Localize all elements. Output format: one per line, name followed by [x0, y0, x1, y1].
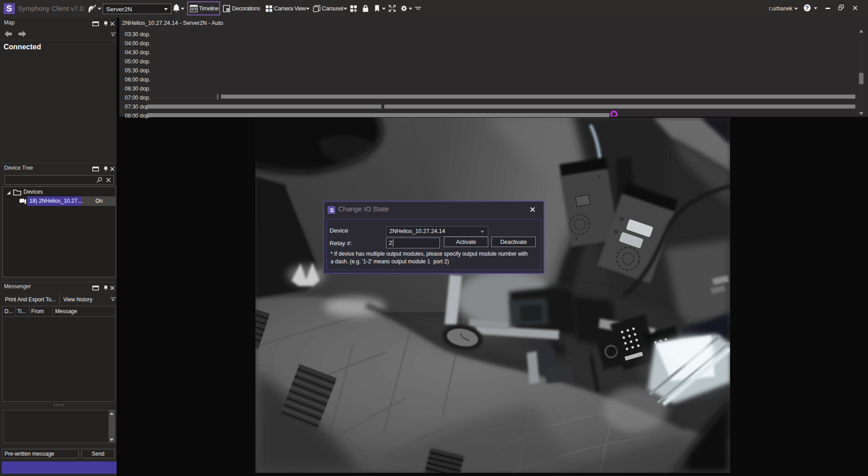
svg-text:i: i: [227, 8, 228, 11]
svg-text:?: ?: [806, 5, 809, 11]
